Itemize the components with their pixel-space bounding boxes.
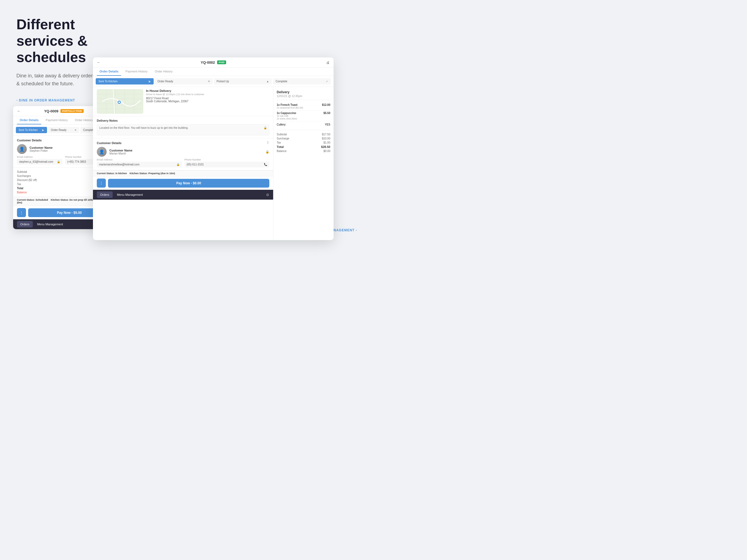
delivery-notes-section: Delivery Notes Located on the third floo… (93, 116, 273, 138)
delivery-tab-payment-history[interactable]: Payment History (123, 68, 150, 76)
partial-paid-badge: PARTIALLY PAID (60, 109, 83, 113)
delivery-customer-name: Customer Name (109, 149, 263, 152)
delivery-email-field: mariemarshmellow@hotmail.com 🔒 (97, 161, 182, 167)
delivery-status-ready: Order Ready ✕ (155, 78, 213, 84)
delivery-status-sent: Sent To Kitchen ▶ (96, 78, 154, 84)
svg-point-10 (119, 101, 120, 103)
sidebar-item-2: 1x Cappuccino 1x oat milk1x extra shot (… (277, 110, 330, 121)
dots-button[interactable]: ⋮ (17, 208, 26, 217)
delivery-nav-menu[interactable]: Menu Management (114, 192, 146, 198)
delivery-phone-field: (65) 611-3101 📞 (185, 161, 269, 167)
delivery-type-label: Delivery (277, 90, 330, 94)
delivery-contact-fields: Email Address mariemarshmellow@hotmail.c… (97, 158, 269, 167)
delivery-info-text: In House Delivery Driver to leave @ 12:0… (146, 89, 269, 103)
delivery-tab-order-details[interactable]: Order Details (97, 68, 121, 76)
delivery-tab-order-history[interactable]: Order History (152, 68, 175, 76)
delivery-main-content: In House Delivery Driver to leave @ 12:0… (93, 87, 274, 240)
status-sent-to-kitchen: Sent To Kitchen ▶ (16, 127, 47, 133)
tab-payment-history[interactable]: Payment History (43, 116, 71, 124)
sidebar-subtotal: Subtotal $17.50 (277, 132, 330, 136)
delivery-order-id: YQ-0002 PAID (201, 60, 226, 65)
delivery-date: 12/01/21 @ 12:45pm (277, 95, 330, 98)
delivery-customer-avatar: 👤 (97, 147, 107, 157)
delivery-status-picked-up: Picked Up ▲ (214, 78, 272, 84)
delivery-pay-row: ⋮ Pay Now - $0.00 (93, 176, 273, 190)
delivery-card-header: ← YQ-0002 PAID 🖨 (93, 57, 334, 68)
delivery-tabs: Order Details Payment History Order Hist… (93, 68, 334, 76)
sidebar-item-1: 1x French Toast 1x seasonal fruit ($2.00… (277, 102, 330, 110)
tab-order-details[interactable]: Order Details (17, 116, 41, 124)
customer-avatar: 👤 (17, 144, 27, 154)
delivery-info-row: In House Delivery Driver to leave @ 12:0… (93, 87, 273, 116)
delivery-settings-gear-icon[interactable]: ⚙ (266, 193, 269, 197)
customer-details-title: Customer Details (17, 138, 42, 142)
dine-in-order-id: YQ-0009 PARTIALLY PAID (44, 109, 83, 113)
delivery-map (97, 89, 143, 114)
delivery-nav-orders[interactable]: Orders (97, 192, 113, 198)
delivery-sidebar: Delivery 12/01/21 @ 12:45pm 1x French To… (274, 87, 334, 240)
back-button[interactable]: ← (17, 109, 21, 113)
status-order-ready: Order Ready ✕ (48, 127, 79, 133)
delivery-info-sub: Driver to leave @ 12:00pm | 22 min drive… (146, 93, 269, 96)
delivery-customer-dots[interactable]: ⋮ (266, 141, 269, 145)
delivery-customer-lock: 🔒 (265, 150, 269, 154)
delivery-customer-section: Customer Details ⋮ 👤 Customer Name Maria… (93, 138, 273, 170)
sidebar-total: Total $28.50 (277, 145, 330, 149)
delivery-card: ← YQ-0002 PAID 🖨 Order Details Payment H… (93, 57, 334, 240)
email-field: stephen.p_63@hotmail.com 🔒 (17, 159, 62, 164)
paid-badge: PAID (217, 60, 226, 64)
delivery-status-bar: Sent To Kitchen ▶ Order Ready ✕ Picked U… (93, 76, 334, 87)
delivery-customer-row: 👤 Customer Name Marian Marsh 🔒 (97, 147, 269, 157)
delivery-kitchen-status: Current Status: In kitchen Kitchen Statu… (93, 170, 273, 176)
notes-lock-icon: 🔒 (264, 126, 267, 129)
sidebar-tax: Tax $1.00 (277, 141, 330, 145)
nav-menu-management[interactable]: Menu Management (34, 221, 67, 228)
delivery-email-lock: 🔒 (176, 163, 180, 166)
email-lock-icon: 🔒 (57, 160, 60, 163)
cutlery-row: Cutlery: YES (277, 121, 330, 128)
dine-in-label: - DINE IN ORDER MANAGEMENT (17, 98, 75, 102)
tab-order-history[interactable]: Order History (72, 116, 96, 124)
nav-orders[interactable]: Orders (17, 221, 33, 228)
delivery-print-icon[interactable]: 🖨 (326, 60, 330, 65)
delivery-address: 80217 Feest RoadSouth Coltenside, Michig… (146, 97, 269, 103)
sidebar-balance: Balance $0.00 (277, 149, 330, 153)
delivery-phone-icon: 📞 (264, 163, 267, 166)
delivery-card-body: In House Delivery Driver to leave @ 12:0… (93, 87, 334, 240)
delivery-notes-label: Delivery Notes (97, 119, 118, 122)
delivery-status-complete: Complete ✓ (273, 78, 331, 84)
sidebar-surcharge: Surcharge $10.00 (277, 136, 330, 141)
delivery-pay-button[interactable]: Pay Now - $0.00 (108, 179, 269, 187)
delivery-dots-button[interactable]: ⋮ (97, 179, 106, 187)
delivery-info-title: In House Delivery (146, 89, 269, 93)
delivery-customer-sub: Marian Marsh (109, 152, 263, 155)
delivery-notes-area: Located on the third floor. You will hav… (97, 124, 269, 135)
delivery-back-button[interactable]: ← (97, 60, 101, 65)
delivery-customer-title: Customer Details (97, 142, 121, 145)
delivery-bottom-nav: Orders Menu Management ⚙ (93, 190, 273, 200)
